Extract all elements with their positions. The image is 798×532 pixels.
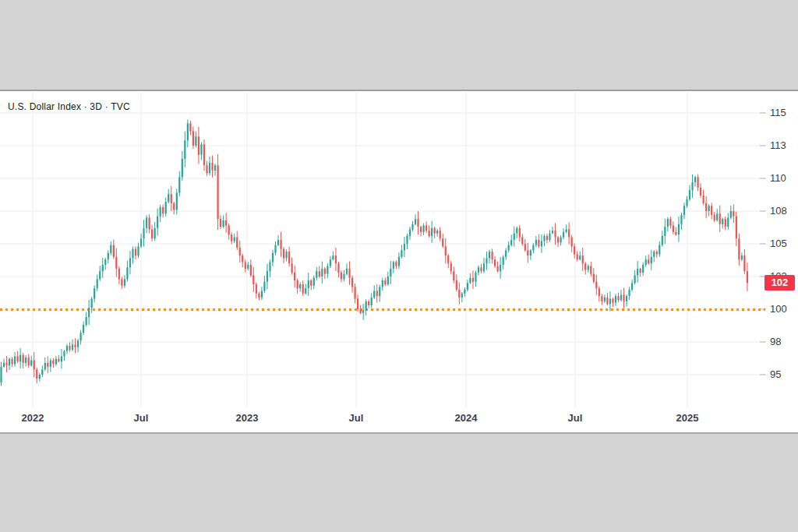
y-axis-label: 115 [770,107,796,118]
last-price-badge: 102 [764,275,795,291]
x-axis-label: 2025 [676,412,699,425]
y-axis-label: 105 [770,238,796,249]
chart-legend[interactable]: U.S. Dollar Index · 3D · TVC [8,101,130,112]
y-axis-label: 108 [770,206,796,217]
x-axis-label: Jul [134,412,149,425]
x-axis-label: Jul [568,412,583,425]
y-axis-label: 100 [770,304,796,315]
y-axis-label: 95 [770,369,796,380]
y-axis-label: 98 [770,336,796,347]
y-axis-label: 110 [770,173,796,184]
x-axis-label: 2024 [455,412,478,425]
screenshot-root: { "header": { "legend": "U.S. Dollar Ind… [0,0,798,532]
candlestick-chart[interactable] [0,91,798,432]
y-axis-label: 113 [770,140,796,151]
x-axis-label: 2022 [22,412,44,425]
x-axis-label: Jul [349,412,364,425]
x-axis-label: 2023 [236,412,259,425]
